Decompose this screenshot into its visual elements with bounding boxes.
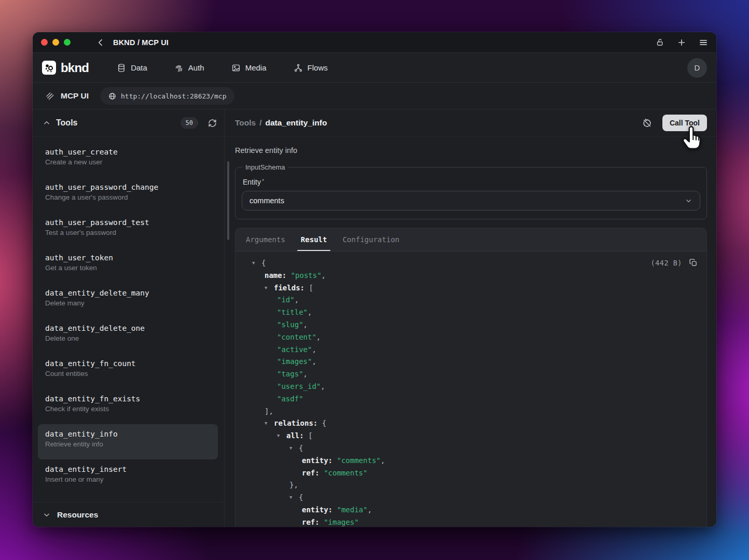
tab-result[interactable]: Result xyxy=(300,228,328,251)
nav-item-label: Media xyxy=(245,63,267,72)
endpoint-url: http://localhost:28623/mcp xyxy=(121,92,227,100)
json-line: entity: "media", xyxy=(244,504,698,516)
workflow-icon xyxy=(294,63,303,73)
tools-section-header[interactable]: Tools 50 xyxy=(33,109,224,137)
back-icon[interactable] xyxy=(96,38,105,47)
json-string-value: "media" xyxy=(337,506,367,514)
close-window-button[interactable] xyxy=(41,39,48,46)
refresh-icon[interactable] xyxy=(208,119,217,128)
sidebar-tool-auth_user_create[interactable]: auth_user_createCreate a new user xyxy=(38,142,218,177)
sidebar-tool-auth_user_token[interactable]: auth_user_tokenGet a user token xyxy=(38,248,218,283)
json-punctuation: , xyxy=(316,333,321,341)
expand-arrow-icon[interactable]: ▼ xyxy=(265,417,270,430)
json-string-value: "slug" xyxy=(277,320,303,329)
json-punctuation: { xyxy=(322,419,326,427)
json-punctuation: ], xyxy=(265,407,273,415)
traffic-lights xyxy=(41,39,71,46)
sidebar-tool-data_entity_fn_exists[interactable]: data_entity_fn_existsCheck if entity exi… xyxy=(38,389,218,424)
sidebar-scrollbar-thumb[interactable] xyxy=(227,161,229,240)
tool-name: data_entity_fn_count xyxy=(45,359,211,368)
tool-description: Check if entity exists xyxy=(45,405,211,413)
json-key: entity: xyxy=(302,456,332,465)
bknd-logo-icon xyxy=(42,61,56,75)
chevron-down-icon[interactable] xyxy=(43,511,50,519)
tool-name: data_entity_info xyxy=(45,430,211,438)
sidebar-tool-auth_user_password_test[interactable]: auth_user_password_testTest a user's pas… xyxy=(38,213,218,248)
json-punctuation: [ xyxy=(309,284,313,292)
json-string-value: "images" xyxy=(324,518,358,526)
json-string-value: "comments" xyxy=(337,456,380,465)
json-string-value: "id" xyxy=(277,296,295,304)
new-tab-icon[interactable] xyxy=(677,38,686,47)
tool-name: auth_user_create xyxy=(45,148,211,156)
bknd-logo[interactable]: bknd xyxy=(42,61,89,75)
lock-icon[interactable] xyxy=(656,38,664,47)
json-punctuation: { xyxy=(299,444,303,452)
breadcrumb-section[interactable]: Tools xyxy=(235,118,256,128)
json-key: ref: xyxy=(302,518,320,526)
user-avatar[interactable]: D xyxy=(687,58,707,78)
json-tree: ▼{name: "posts",▼fields: ["id","title","… xyxy=(244,257,698,527)
json-punctuation: , xyxy=(295,296,299,304)
sidebar-tool-data_entity_info[interactable]: data_entity_infoRetrieve entity info xyxy=(38,424,218,459)
globe-icon xyxy=(108,92,116,100)
menu-icon[interactable] xyxy=(699,38,708,47)
sidebar-tool-data_entity_delete_one[interactable]: data_entity_delete_oneDelete one xyxy=(38,318,218,354)
json-punctuation: , xyxy=(312,345,316,354)
json-string-value: "images" xyxy=(277,357,312,366)
sidebar-tool-auth_user_password_change[interactable]: auth_user_password_changeChange a user's… xyxy=(38,177,218,213)
json-line: "images", xyxy=(244,356,698,368)
copy-icon[interactable] xyxy=(689,258,698,267)
minimize-window-button[interactable] xyxy=(52,39,59,46)
result-size-label: (442 B) xyxy=(651,259,682,267)
json-punctuation: , xyxy=(321,382,325,390)
window-title: BKND / MCP UI xyxy=(113,38,169,47)
entity-field-label: Entity* xyxy=(243,178,700,186)
json-line: "users_id", xyxy=(244,381,698,393)
nav-item-label: Auth xyxy=(188,63,204,72)
expand-arrow-icon[interactable]: ▼ xyxy=(289,492,295,504)
sidebar-tool-data_entity_delete_many[interactable]: data_entity_delete_manyDelete many xyxy=(38,283,218,318)
mcp-endpoint-pill[interactable]: http://localhost:28623/mcp xyxy=(100,87,235,105)
expand-arrow-icon[interactable]: ▼ xyxy=(252,257,258,270)
expand-arrow-icon[interactable]: ▼ xyxy=(289,442,295,455)
json-string-value: "title" xyxy=(277,308,308,316)
entity-label-text: Entity xyxy=(243,178,261,186)
chevron-up-icon[interactable] xyxy=(43,119,50,127)
tool-detail-panel: Tools / data_entity_info Call Tool Retri… xyxy=(225,109,716,527)
entity-select[interactable]: comments xyxy=(242,191,700,211)
json-line: "tags", xyxy=(244,368,698,381)
sidebar-tool-data_entity_fn_count[interactable]: data_entity_fn_countCount entities xyxy=(38,354,218,389)
json-punctuation: , xyxy=(322,271,326,279)
zoom-window-button[interactable] xyxy=(64,39,71,46)
json-line: ▼{ xyxy=(244,257,698,270)
nav-item-media[interactable]: Media xyxy=(231,63,267,73)
nav-item-flows[interactable]: Flows xyxy=(294,63,328,73)
json-key: all: xyxy=(286,431,304,440)
expand-arrow-icon[interactable]: ▼ xyxy=(277,430,283,442)
nav-item-data[interactable]: Data xyxy=(117,63,147,73)
json-key: entity: xyxy=(302,506,332,514)
auto-refresh-off-icon[interactable] xyxy=(642,118,652,128)
json-string-value: "tags" xyxy=(277,370,303,378)
tab-arguments[interactable]: Arguments xyxy=(245,228,286,251)
json-key: relations: xyxy=(274,419,317,427)
required-mark: * xyxy=(262,178,264,184)
resources-section-header[interactable]: Resources xyxy=(33,502,224,527)
brand-name: bknd xyxy=(61,61,89,75)
json-punctuation: [ xyxy=(308,431,312,440)
json-string-value: "users_id" xyxy=(277,382,321,390)
json-string-value: "comments" xyxy=(324,469,367,477)
json-string-value: "posts" xyxy=(291,271,322,279)
json-line: "slug", xyxy=(244,319,698,331)
sidebar-tool-data_entity_insert[interactable]: data_entity_insertInsert one or many xyxy=(38,459,218,495)
json-line: }, xyxy=(244,479,698,492)
nav-item-auth[interactable]: Auth xyxy=(174,63,204,73)
expand-arrow-icon[interactable]: ▼ xyxy=(265,282,270,295)
avatar-initial: D xyxy=(695,63,700,72)
json-line: ], xyxy=(244,405,698,418)
json-punctuation: { xyxy=(299,493,303,501)
json-line: ▼fields: [ xyxy=(244,282,698,295)
json-line: "id", xyxy=(244,294,698,306)
tab-configuration[interactable]: Configuration xyxy=(341,228,400,251)
